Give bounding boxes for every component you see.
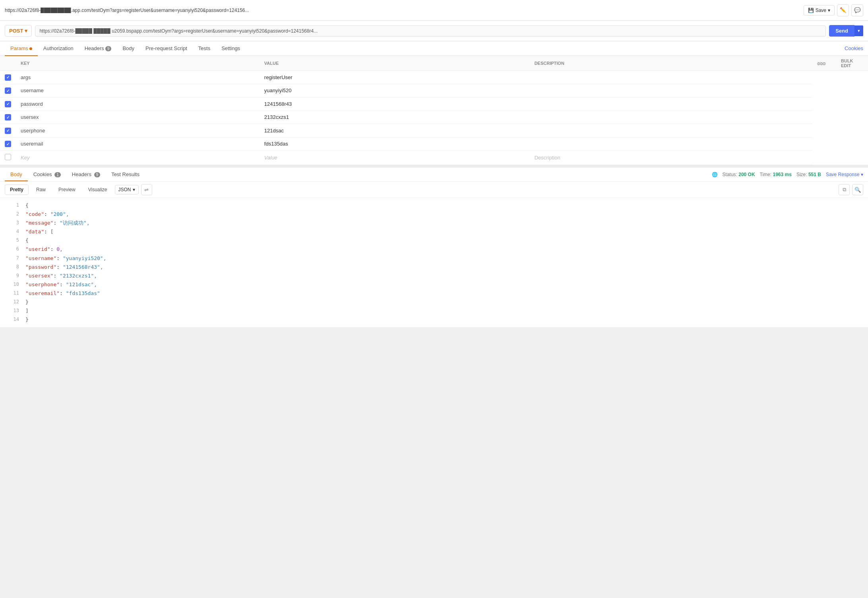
line-number: 13 (5, 307, 19, 315)
param-value[interactable]: fds135das (260, 137, 530, 151)
param-description (530, 97, 812, 111)
line-number: 8 (5, 263, 19, 271)
json-line: 11 "useremail": "fds135das" (0, 289, 868, 298)
line-content: { (25, 236, 29, 245)
format-preview[interactable]: Preview (53, 184, 81, 195)
search-icon: 🔍 (854, 187, 861, 193)
send-dropdown-button[interactable]: ▾ (854, 25, 863, 36)
wrap-button[interactable]: ⇌ (141, 184, 152, 195)
param-value[interactable]: 1241568r43 (260, 97, 530, 111)
line-number: 14 (5, 315, 19, 323)
search-response-button[interactable]: 🔍 (852, 184, 863, 195)
line-content: "useremail": "fds135das" (25, 289, 100, 298)
json-format-select[interactable]: JSON ▾ (115, 185, 139, 194)
tab-pre-request-script[interactable]: Pre-request Script (140, 41, 193, 55)
request-url-input[interactable] (35, 25, 826, 37)
headers-badge: 9 (105, 46, 112, 51)
param-description (530, 124, 812, 138)
status-code: 200 OK (738, 172, 755, 177)
param-description (530, 84, 812, 97)
checkbox-unchecked[interactable] (5, 154, 11, 160)
tab-authorization[interactable]: Authorization (38, 41, 79, 55)
col-bulk-edit[interactable]: Bulk Edit (836, 56, 868, 71)
time-value: 1963 ms (773, 172, 792, 177)
request-tabs-bar: Params Authorization Headers9 Body Pre-r… (0, 41, 868, 56)
param-description: Description (530, 151, 812, 165)
param-value[interactable]: yuanyiyi520 (260, 84, 530, 97)
param-key[interactable]: password (16, 97, 260, 111)
table-row: ✓usernameyuanyiyi520 (0, 84, 868, 97)
line-content: "data": [ (25, 227, 53, 236)
save-response-button[interactable]: Save Response ▾ (826, 172, 863, 177)
json-line: 10 "userphone": "121dsac", (0, 280, 868, 289)
comment-icon-button[interactable]: 💬 (851, 4, 863, 16)
format-raw[interactable]: Raw (31, 184, 51, 195)
param-description (530, 137, 812, 151)
save-response-chevron-icon: ▾ (861, 172, 863, 177)
table-row: ✓userphone121dsac (0, 124, 868, 138)
top-url-display: https://02a726f8-█████████.app.com/testO… (5, 8, 800, 13)
resp-tab-test-results[interactable]: Test Results (106, 167, 145, 181)
param-key[interactable]: Key (16, 151, 260, 165)
tab-settings[interactable]: Settings (216, 41, 246, 55)
param-value[interactable]: registerUser (260, 71, 530, 84)
param-value[interactable]: Value (260, 151, 530, 165)
line-content: ] (25, 307, 29, 315)
resp-headers-badge: 9 (94, 172, 101, 177)
line-content: "userid": 0, (25, 245, 63, 254)
json-line: 6 "userid": 0, (0, 245, 868, 254)
copy-icon: ⧉ (843, 186, 846, 193)
checkbox-checked[interactable]: ✓ (5, 101, 11, 107)
checkbox-checked[interactable]: ✓ (5, 87, 11, 94)
checkbox-checked[interactable]: ✓ (5, 128, 11, 134)
param-key[interactable]: userphone (16, 124, 260, 138)
checkbox-checked[interactable]: ✓ (5, 74, 11, 81)
send-button-group: Send ▾ (829, 25, 863, 37)
json-line: 3 "message": "访问成功", (0, 219, 868, 227)
checkbox-checked[interactable]: ✓ (5, 141, 11, 147)
json-line: 5 { (0, 236, 868, 245)
top-bar: https://02a726f8-█████████.app.com/testO… (0, 0, 868, 21)
response-size: Size: 551 B (796, 172, 821, 177)
line-number: 6 (5, 245, 19, 253)
copy-button[interactable]: ⧉ (839, 184, 850, 195)
col-value: VALUE (260, 56, 530, 71)
json-line: 2 "code": "200", (0, 210, 868, 219)
param-value[interactable]: 121dsac (260, 124, 530, 138)
param-description (530, 71, 812, 84)
line-number: 2 (5, 210, 19, 218)
param-value[interactable]: 2132cxzs1 (260, 111, 530, 124)
tab-tests[interactable]: Tests (193, 41, 216, 55)
edit-icon-button[interactable]: ✏️ (837, 4, 849, 16)
response-toolbar-right: ⧉ 🔍 (839, 184, 863, 195)
send-button[interactable]: Send (829, 25, 854, 37)
param-key[interactable]: username (16, 84, 260, 97)
globe-icon: 🌐 (712, 172, 718, 177)
save-chevron-icon: ▾ (828, 8, 830, 13)
json-line: 8 "password": "1241568r43", (0, 263, 868, 272)
table-row: ✓argsregisterUser (0, 71, 868, 84)
col-key: KEY (16, 56, 260, 71)
param-key[interactable]: args (16, 71, 260, 84)
save-button[interactable]: 💾 Save ▾ (804, 5, 835, 16)
format-visualize[interactable]: Visualize (83, 184, 112, 195)
method-select[interactable]: POST ▾ (5, 25, 32, 37)
tab-body[interactable]: Body (117, 41, 140, 55)
line-number: 5 (5, 236, 19, 244)
line-number: 9 (5, 272, 19, 280)
json-line: 9 "usersex": "2132cxzs1", (0, 272, 868, 280)
resp-tab-headers[interactable]: Headers 9 (66, 167, 106, 181)
line-content: "userphone": "121dsac", (25, 280, 97, 289)
top-actions: 💾 Save ▾ ✏️ 💬 (804, 4, 863, 16)
format-pretty[interactable]: Pretty (5, 184, 29, 195)
resp-tab-body[interactable]: Body (5, 167, 28, 181)
param-key[interactable]: useremail (16, 137, 260, 151)
tab-headers[interactable]: Headers9 (79, 41, 117, 55)
resp-tab-cookies[interactable]: Cookies 1 (28, 167, 66, 181)
cookies-link[interactable]: Cookies (845, 41, 863, 55)
tab-params[interactable]: Params (5, 41, 38, 55)
col-checkbox (0, 56, 16, 71)
param-key[interactable]: usersex (16, 111, 260, 124)
save-label: Save (816, 8, 826, 13)
checkbox-checked[interactable]: ✓ (5, 114, 11, 120)
